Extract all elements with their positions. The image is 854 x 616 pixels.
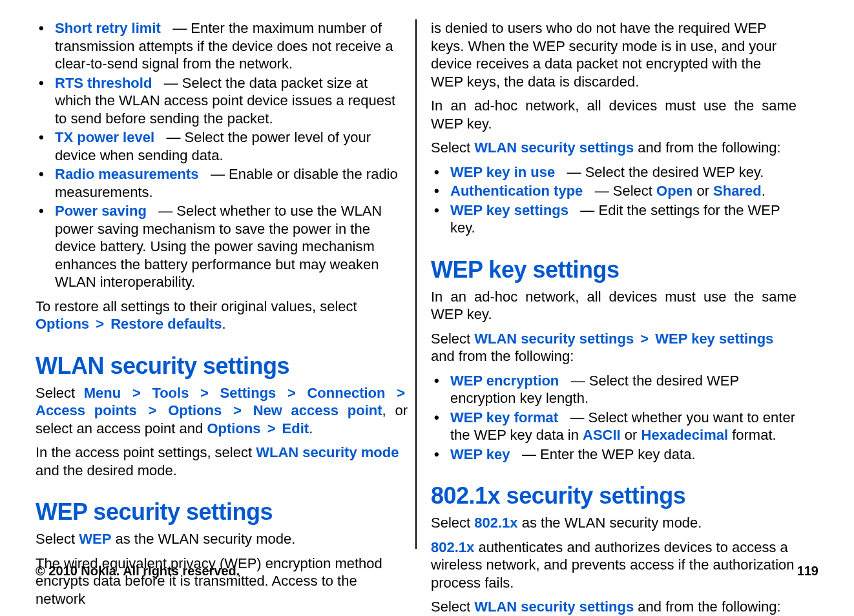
text: and from the following:: [431, 348, 574, 364]
link-options: Options: [36, 316, 89, 332]
text: or: [693, 183, 713, 199]
item-short-retry: Short retry limit — Enter the maximum nu…: [55, 19, 408, 73]
dash: —: [562, 409, 588, 426]
text: as the WLAN security mode.: [111, 531, 295, 547]
dash: —: [514, 446, 540, 462]
dash: —: [158, 129, 184, 145]
text: and from the following:: [634, 599, 780, 615]
item-wep-key-format: WEP key format — Select whether you want…: [450, 409, 797, 444]
breadcrumb-separator: >: [200, 385, 209, 401]
text: format.: [728, 427, 776, 443]
wlan-mode-paragraph: In the access point settings, select WLA…: [36, 444, 408, 479]
item-tx-power: TX power level — Select the power level …: [55, 128, 408, 164]
breadcrumb-separator: >: [149, 402, 157, 418]
breadcrumb-separator: >: [397, 385, 405, 401]
wep-select-paragraph: Select WEP as the WLAN security mode.: [36, 530, 408, 548]
item-radio-measurements: Radio measurements — Enable or disable t…: [55, 165, 408, 201]
page-footer: © 2010 Nokia. All rights reserved. 119: [36, 564, 818, 579]
adhoc-note-2: In an ad-hoc network, all devices must u…: [431, 288, 797, 323]
breadcrumb-separator: >: [132, 385, 141, 401]
dash: —: [156, 75, 182, 91]
restore-paragraph: To restore all settings to their origina…: [36, 298, 408, 333]
dash: —: [559, 164, 585, 180]
text: In the access point settings, select: [36, 444, 256, 460]
select-wep-key-settings: Select WLAN security settings > WEP key …: [431, 330, 797, 365]
link-ascii: ASCII: [583, 427, 621, 443]
item-wep-key-settings: WEP key settings — Edit the settings for…: [450, 201, 797, 237]
term: WEP key format: [450, 409, 558, 426]
link-wlan-security-settings: WLAN security settings: [474, 331, 634, 347]
link-wep-key-settings: WEP key settings: [655, 331, 773, 347]
wep-continuation: is denied to users who do not have the r…: [431, 19, 797, 90]
path-new-access-point: New access point: [253, 402, 382, 418]
text: Select: [431, 139, 474, 156]
term: WEP key: [450, 446, 510, 462]
dash: —: [587, 183, 612, 199]
text: .: [762, 183, 765, 199]
text: .: [222, 316, 226, 332]
text: and the desired mode.: [36, 462, 177, 478]
left-column: Short retry limit — Enter the maximum nu…: [36, 19, 415, 616]
text: Select: [431, 331, 474, 347]
path-menu: Menu: [84, 385, 121, 401]
page-number: 119: [797, 564, 818, 579]
manual-page: Short retry limit — Enter the maximum nu…: [0, 0, 854, 616]
right-column: is denied to users who do not have the r…: [417, 19, 797, 616]
link-8021x: 802.1x: [474, 515, 517, 531]
item-power-saving: Power saving — Select whether to use the…: [55, 202, 408, 291]
term: Power saving: [55, 203, 147, 219]
text: Select: [36, 385, 84, 401]
term: WEP key settings: [450, 202, 568, 218]
desc: Select the desired WEP key.: [585, 164, 764, 180]
breadcrumb-separator: >: [233, 402, 242, 418]
link-wep: WEP: [79, 531, 111, 547]
item-authentication-type: Authentication type — Select Open or Sha…: [450, 182, 797, 200]
wep-options-list: WEP key in use — Select the desired WEP …: [431, 163, 797, 237]
text: .: [309, 420, 313, 436]
path-settings: Settings: [220, 385, 276, 401]
path-options-2: Options: [207, 420, 260, 436]
wlan-path-paragraph: Select Menu > Tools > Settings > Connect…: [36, 384, 408, 438]
path-options: Options: [168, 402, 222, 418]
dash: —: [563, 373, 588, 389]
text: Select: [431, 599, 474, 615]
breadcrumb-separator: >: [287, 385, 296, 401]
heading-8021x: 802.1x security settings: [431, 481, 797, 510]
heading-wep-security: WEP security settings: [36, 497, 408, 526]
path-access-points: Access points: [36, 402, 137, 418]
adhoc-note: In an ad-hoc network, all devices must u…: [431, 97, 797, 132]
select-wlan-sec: Select WLAN security settings and from t…: [431, 139, 797, 157]
term: Short retry limit: [55, 20, 161, 36]
wep-key-list: WEP encryption — Select the desired WEP …: [431, 372, 797, 464]
item-wep-encryption: WEP encryption — Select the desired WEP …: [450, 372, 797, 407]
breadcrumb-separator: >: [640, 331, 649, 347]
x-select-settings: Select WLAN security settings and from t…: [431, 598, 797, 616]
text: as the WLAN security mode.: [518, 515, 702, 531]
link-wlan-security-mode: WLAN security mode: [256, 444, 399, 460]
link-wlan-security-settings: WLAN security settings: [474, 139, 634, 156]
item-wep-key-in-use: WEP key in use — Select the desired WEP …: [450, 163, 797, 181]
term: WEP key in use: [450, 164, 555, 180]
link-8021x: 802.1x: [431, 539, 474, 555]
copyright-text: © 2010 Nokia. All rights reserved.: [36, 564, 240, 579]
term: Radio measurements: [55, 166, 199, 182]
item-rts-threshold: RTS threshold — Select the data packet s…: [55, 74, 408, 128]
wep-desc-paragraph: The wired equivalent privacy (WEP) encry…: [36, 555, 408, 608]
text: Select: [431, 515, 474, 531]
dash: —: [572, 202, 598, 218]
text: Select: [613, 183, 656, 199]
dash: —: [165, 20, 191, 36]
item-wep-key: WEP key — Enter the WEP key data.: [450, 446, 797, 464]
term: TX power level: [55, 129, 154, 145]
path-edit: Edit: [282, 420, 309, 436]
content-columns: Short retry limit — Enter the maximum nu…: [36, 19, 818, 616]
text: To restore all settings to their origina…: [36, 298, 357, 314]
text: or: [621, 427, 641, 443]
link-wlan-security-settings: WLAN security settings: [474, 599, 634, 615]
term: Authentication type: [450, 183, 583, 199]
text: and from the following:: [634, 139, 780, 156]
dash: —: [151, 203, 176, 219]
path-connection: Connection: [307, 385, 385, 401]
desc: Enter the WEP key data.: [540, 446, 696, 462]
dash: —: [203, 166, 229, 182]
